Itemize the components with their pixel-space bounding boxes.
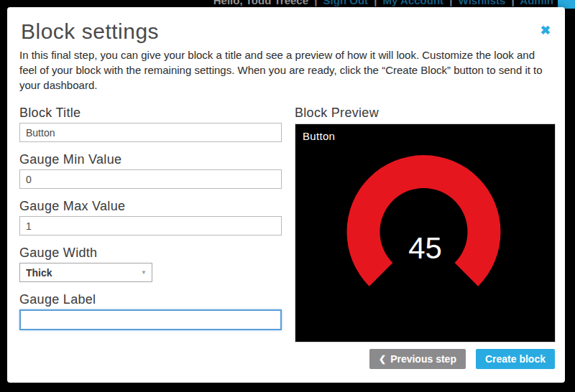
block-title-label: Block Title: [19, 105, 282, 121]
nav-link-wishlists[interactable]: Wishlists: [459, 0, 506, 6]
gauge-value: 45: [295, 231, 555, 266]
block-title-input[interactable]: [19, 123, 282, 142]
gauge-width-select[interactable]: Thick: [19, 263, 152, 282]
settings-form: Block Title Gauge Min Value Gauge Max Va…: [19, 105, 282, 340]
close-icon[interactable]: ✖: [540, 24, 551, 37]
gauge-max-label: Gauge Max Value: [19, 198, 282, 214]
preview-section: Block Preview Button 45: [295, 105, 556, 342]
nav-separator: |: [509, 0, 518, 6]
gauge-max-input[interactable]: [19, 216, 282, 235]
gauge-width-field-group: Gauge Width Thick ▼: [19, 245, 282, 282]
nav-separator: |: [371, 0, 380, 6]
gauge-label-label: Gauge Label: [19, 291, 282, 307]
gauge-width-label: Gauge Width: [19, 245, 282, 261]
page-title: Block settings: [21, 19, 159, 44]
gauge-label-field-group: Gauge Label: [19, 291, 282, 330]
site-nav: Hello, Todd Treece | Sign Out | My Accou…: [213, 0, 553, 6]
gauge-min-input[interactable]: [19, 169, 282, 189]
modal-description: In this final step, you can give your bl…: [19, 47, 553, 93]
block-settings-modal: Block settings ✖ In this final step, you…: [7, 7, 565, 383]
gauge-label-input[interactable]: [19, 309, 282, 330]
gauge-max-field-group: Gauge Max Value: [19, 198, 282, 235]
nav-link-my-account[interactable]: My Account: [383, 0, 443, 6]
nav-separator: |: [446, 0, 455, 6]
modal-footer: ❮ Previous step Create block: [369, 349, 555, 369]
preview-heading: Block Preview: [295, 105, 556, 121]
nav-link-sign-out[interactable]: Sign Out: [323, 0, 369, 6]
previous-step-button[interactable]: ❮ Previous step: [369, 349, 466, 369]
chevron-left-icon: ❮: [379, 354, 386, 364]
block-title-field-group: Block Title: [19, 105, 282, 142]
gauge-arc-path: [347, 155, 501, 286]
create-block-button[interactable]: Create block: [476, 349, 555, 369]
nav-greeting: Hello, Todd Treece: [213, 0, 308, 6]
gauge-min-label: Gauge Min Value: [19, 151, 282, 167]
nav-link-admin[interactable]: Admin: [520, 0, 553, 6]
previous-step-label: Previous step: [390, 353, 456, 365]
block-preview: Button 45: [295, 123, 556, 342]
gauge-min-field-group: Gauge Min Value: [19, 151, 282, 189]
nav-separator: |: [311, 0, 320, 6]
create-block-label: Create block: [485, 353, 546, 365]
